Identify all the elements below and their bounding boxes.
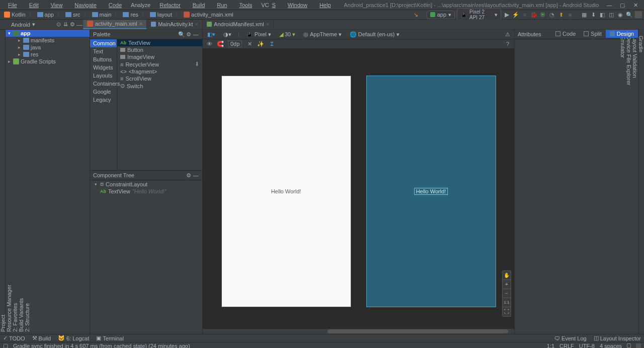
theme-selector[interactable]: ◎AppTheme▾: [302, 31, 343, 38]
ctree-textview[interactable]: AbTextView "Hello World!": [90, 188, 202, 195]
menu-vcs[interactable]: VCS: [258, 1, 282, 9]
gutter-gradle[interactable]: Gradle: [638, 34, 644, 334]
menu-run[interactable]: Run: [211, 1, 233, 9]
tree-settings-icon[interactable]: ⚙: [69, 21, 76, 28]
gutter-project[interactable]: Project: [0, 34, 6, 334]
view-options-icon[interactable]: 👁: [206, 40, 213, 47]
gutter-structure[interactable]: 2: Structure: [24, 34, 30, 334]
profiler-icon[interactable]: ◔: [548, 11, 555, 18]
menu-build[interactable]: Build: [187, 1, 211, 9]
menu-view[interactable]: View: [45, 1, 69, 9]
debug-button[interactable]: 🐞: [530, 11, 537, 18]
menu-code[interactable]: Code: [103, 1, 128, 9]
ctree-hide-icon[interactable]: —: [192, 172, 199, 179]
cat-widgets[interactable]: Widgets: [90, 63, 117, 72]
clear-constraints-icon[interactable]: ✕: [246, 40, 253, 47]
crumb-app[interactable]: app: [35, 12, 56, 18]
file-encoding[interactable]: UTF-8: [579, 343, 595, 349]
menu-tools[interactable]: Tools: [233, 1, 258, 9]
select-opened-file-icon[interactable]: ⊙: [55, 21, 62, 28]
pal-scrollview[interactable]: ≡ScrollView: [117, 75, 202, 82]
ctree-constraintlayout[interactable]: ▾⧈ConstraintLayout: [90, 180, 202, 188]
cat-layouts[interactable]: Layouts: [90, 72, 117, 80]
apply-changes-icon[interactable]: ⚡: [512, 11, 519, 18]
tool-todo[interactable]: ✓TODO: [3, 335, 25, 341]
run-config-dropdown[interactable]: app▾: [427, 11, 455, 19]
pal-imageview[interactable]: ImageView: [117, 53, 202, 60]
crumb-layout[interactable]: layout: [148, 12, 174, 18]
zoom-in[interactable]: +: [503, 280, 511, 289]
design-canvas[interactable]: Hello World! Hello World! ✋ + − 1:1 ⛶: [203, 49, 514, 334]
indent-info[interactable]: 4 spaces: [600, 343, 622, 349]
gutter-resource-manager[interactable]: Resource Manager: [6, 34, 12, 334]
tab-mainactivity[interactable]: MainActivity.kt×: [147, 20, 203, 29]
layout-inspector[interactable]: ◫ Layout Inspector: [594, 335, 641, 341]
project-view-dropdown[interactable]: Android▾: [6, 21, 36, 28]
pal-fragment[interactable]: <><fragment>: [117, 68, 202, 75]
sdk-manager-icon[interactable]: ⬇: [590, 11, 597, 18]
autoconnect-icon[interactable]: 🧲: [217, 40, 224, 47]
ctree-settings-icon[interactable]: ⚙: [185, 172, 192, 179]
preview-blueprint[interactable]: Hello World!: [367, 76, 496, 307]
tool-logcat[interactable]: 🐱6: Logcat: [58, 335, 89, 341]
search-everywhere-icon[interactable]: 🔍: [626, 11, 633, 18]
gutter-device-file-explorer[interactable]: Device File Explorer: [626, 34, 632, 334]
crumb-main[interactable]: main: [90, 12, 114, 18]
close-tab-icon[interactable]: ×: [195, 21, 198, 27]
app-quality-icon[interactable]: ◉: [617, 11, 624, 18]
tool-terminal[interactable]: ▣Terminal: [96, 335, 124, 341]
menu-analyze[interactable]: Analyze: [128, 1, 153, 9]
horizontal-scrollbar[interactable]: [203, 329, 514, 334]
pal-recyclerview[interactable]: ≡RecyclerView⬇: [117, 60, 202, 68]
palette-hide-icon[interactable]: —: [192, 31, 199, 38]
attach-debugger-icon[interactable]: ⬆: [557, 11, 565, 18]
run-button[interactable]: ▶: [503, 11, 510, 18]
avd-manager-icon[interactable]: ▦: [581, 11, 588, 18]
pal-textview[interactable]: AbTextView: [117, 39, 202, 46]
crumb-src[interactable]: src: [63, 12, 83, 18]
guideline-icon[interactable]: Ɪ: [268, 40, 275, 47]
zoom-actual[interactable]: 1:1: [503, 298, 511, 307]
cat-common[interactable]: Common: [90, 39, 117, 47]
default-margin[interactable]: 0dp: [228, 40, 242, 47]
tool-build[interactable]: ⚒Build: [32, 335, 51, 341]
sync-icon[interactable]: ↘: [413, 11, 420, 18]
cat-buttons[interactable]: Buttons: [90, 55, 117, 63]
pan-tool[interactable]: ✋: [503, 271, 511, 280]
menu-navigate[interactable]: Navigate: [68, 1, 102, 9]
surface-toggle[interactable]: ◧▾: [206, 31, 217, 38]
mode-code[interactable]: Code: [551, 30, 580, 38]
api-selector[interactable]: ◢30▾: [278, 31, 297, 38]
infer-constraints-icon[interactable]: ✨: [257, 40, 264, 47]
mode-design[interactable]: Design: [606, 30, 638, 38]
apply-code-icon[interactable]: ≡: [521, 11, 528, 18]
stop-button[interactable]: ■: [567, 11, 574, 18]
settings-icon[interactable]: [635, 11, 642, 18]
close-tab-icon[interactable]: ×: [139, 21, 142, 27]
menu-window[interactable]: Window: [282, 1, 313, 9]
status-icon[interactable]: ▢: [3, 342, 8, 348]
pal-switch[interactable]: ⊙Switch: [117, 82, 202, 90]
gutter-emulator[interactable]: Emulator: [620, 34, 626, 334]
coverage-icon[interactable]: ⛨: [539, 11, 546, 18]
close-tab-icon[interactable]: ×: [266, 21, 269, 27]
locale-selector[interactable]: 🌐Default (en-us)▾: [348, 31, 401, 38]
cat-google[interactable]: Google: [90, 88, 117, 96]
help-icon[interactable]: ?: [504, 40, 511, 47]
readonly-lock-icon[interactable]: [627, 343, 631, 348]
menu-refactor[interactable]: Refactor: [153, 1, 187, 9]
gutter-layout-validation[interactable]: Layout Validation: [632, 34, 638, 334]
palette-settings-icon[interactable]: ⚙: [185, 31, 192, 38]
line-separator[interactable]: CRLF: [559, 343, 574, 349]
cat-text[interactable]: Text: [90, 47, 117, 55]
pal-button[interactable]: Button: [117, 46, 202, 53]
tab-activity-main[interactable]: activity_main.xml×: [83, 20, 147, 29]
collapse-all-icon[interactable]: ⇊: [62, 21, 69, 28]
download-icon[interactable]: ⬇: [195, 61, 199, 67]
preview-design[interactable]: Hello World!: [222, 76, 351, 307]
device-selector[interactable]: 📱Pixel▾: [245, 31, 273, 38]
gutter-build-variants[interactable]: Build Variants: [18, 34, 24, 334]
warnings-icon[interactable]: ⚠: [504, 31, 511, 38]
scrollbar-thumb[interactable]: [328, 329, 508, 333]
resource-manager-icon[interactable]: ◧: [599, 11, 606, 18]
